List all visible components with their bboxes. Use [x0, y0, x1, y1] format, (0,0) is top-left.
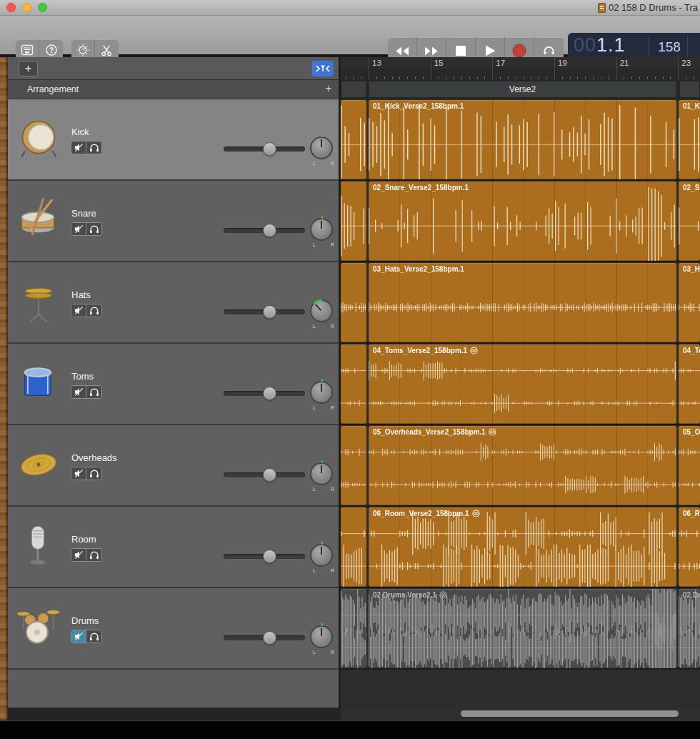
track-header-hats[interactable]: HatsLR	[8, 262, 339, 344]
solo-button[interactable]	[86, 467, 101, 480]
track-lane-hats: 03_Hats_Verse2_158bpm.103_Hats_Verse2_15…	[341, 262, 700, 344]
arrangement-marker-row: Verse2	[341, 80, 700, 99]
mute-button[interactable]	[71, 223, 86, 235]
volume-slider-thumb[interactable]	[263, 305, 276, 319]
pan-knob[interactable]	[310, 137, 333, 159]
ruler-tick	[670, 76, 671, 79]
mute-solo-group	[71, 304, 102, 317]
ruler-tick	[353, 76, 354, 79]
track-header-toms[interactable]: TomsLR	[8, 344, 339, 425]
pan-knob[interactable]	[310, 544, 333, 567]
minimize-button[interactable]	[22, 3, 31, 12]
arrangement-marker-partial[interactable]	[679, 81, 700, 98]
track-name: Hats	[71, 289, 91, 300]
volume-slider-thumb[interactable]	[263, 631, 276, 645]
zoom-button[interactable]	[38, 3, 47, 12]
volume-slider-thumb[interactable]	[263, 142, 276, 156]
track-header-room[interactable]: RoomLR	[8, 507, 339, 588]
mute-speaker-icon	[74, 550, 84, 560]
volume-slider-thumb[interactable]	[263, 224, 276, 237]
audio-region[interactable]: 04_Toms_Verse2_158bpm.1	[369, 344, 676, 424]
tempo-value[interactable]: 158	[652, 39, 686, 55]
mute-button[interactable]	[71, 630, 86, 643]
pan-center-tick	[321, 623, 323, 626]
scrollbar-thumb[interactable]	[461, 710, 679, 717]
volume-slider-thumb[interactable]	[263, 387, 276, 400]
mute-speaker-icon	[74, 306, 84, 315]
audio-region[interactable]: 02 Drums Verse2.1	[369, 589, 676, 668]
solo-button[interactable]	[86, 304, 101, 317]
ruler-bar-number: 13	[372, 59, 381, 67]
ruler-tick	[384, 76, 385, 79]
solo-button[interactable]	[86, 549, 101, 561]
timeline-ruler[interactable]: 131517192123	[341, 57, 700, 80]
audio-region-partial[interactable]: 01_Kick_Verse2_158bpm.1	[679, 100, 700, 179]
add-track-button[interactable]: +	[19, 61, 38, 76]
pan-knob[interactable]	[310, 381, 333, 404]
tuner-icon	[76, 43, 90, 57]
volume-slider-thumb[interactable]	[263, 550, 276, 563]
audio-region-partial[interactable]	[341, 344, 366, 424]
add-arrangement-marker-button[interactable]: +	[325, 82, 331, 95]
pan-left-label: L	[313, 487, 316, 492]
svg-text:?: ?	[49, 46, 53, 54]
arrangement-track-header[interactable]: Arrangement +	[8, 80, 339, 99]
ruler-tick	[392, 76, 393, 79]
audio-region-partial[interactable]: 02 Drums Verse2.1	[679, 589, 700, 668]
pan-knob[interactable]	[310, 299, 333, 322]
catch-playhead-button[interactable]	[312, 61, 334, 76]
audio-region[interactable]: 01_Kick_Verse2_158bpm.1	[369, 100, 676, 179]
solo-button[interactable]	[86, 386, 101, 398]
audio-region[interactable]: 05_Overheads_Verse2_158bpm.1	[369, 426, 676, 505]
audio-region-partial[interactable]	[341, 507, 366, 587]
audio-region-partial[interactable]: 04_Toms_Verse2_158bpm.1	[679, 344, 700, 424]
audio-region-partial[interactable]	[341, 263, 366, 342]
mute-button[interactable]	[71, 386, 86, 398]
ruler-tick	[539, 76, 539, 79]
audio-region[interactable]: 06_Room_Verse2_158bpm.1	[369, 507, 676, 587]
play-icon	[485, 45, 496, 56]
audio-region[interactable]: 03_Hats_Verse2_158bpm.1	[369, 263, 676, 342]
volume-slider-thumb[interactable]	[263, 468, 276, 482]
pan-left-label: L	[313, 324, 316, 329]
window-title: 02 158 D Drums - Tra	[609, 2, 698, 13]
pan-knob[interactable]	[310, 218, 333, 241]
audio-region[interactable]: 02_Snare_Verse2_158bpm.1	[369, 182, 676, 261]
waveform	[369, 589, 676, 668]
solo-button[interactable]	[86, 142, 101, 154]
audio-region-partial[interactable]	[341, 100, 366, 179]
audio-region-partial[interactable]: 06_Room_Verse2_158bpm.1	[679, 507, 700, 587]
pan-left-label: L	[313, 242, 316, 247]
audio-region-partial[interactable]	[341, 426, 366, 505]
audio-region-partial[interactable]: 05_Overheads_Verse2_158bpm.1	[679, 426, 700, 505]
arrangement-marker-verse2[interactable]: Verse2	[369, 81, 676, 98]
track-header-snare[interactable]: SnareLR	[8, 181, 339, 262]
arrangement-marker-partial[interactable]	[341, 81, 366, 98]
toolbar: ?	[0, 16, 700, 56]
mute-speaker-icon	[74, 224, 84, 234]
ruler-tick	[694, 76, 694, 79]
ruler-tick	[407, 76, 408, 79]
mute-button[interactable]	[71, 304, 86, 317]
kick-drum-icon	[17, 114, 60, 161]
cymbal-icon	[17, 440, 60, 487]
pan-knob-pointer	[321, 465, 322, 473]
pan-knob[interactable]	[310, 625, 333, 648]
audio-region-partial[interactable]: 03_Hats_Verse2_158bpm.1	[679, 263, 700, 342]
track-name: Toms	[71, 371, 94, 382]
solo-button[interactable]	[86, 223, 101, 235]
close-button[interactable]	[6, 3, 16, 12]
audio-region-partial[interactable]: 02_Snare_Verse2_158bpm.1	[679, 182, 700, 261]
timeline-panel: 131517192123 Verse2 01_Kick_Verse2_158bp…	[341, 57, 700, 708]
solo-button[interactable]	[86, 630, 101, 643]
audio-region-partial[interactable]	[341, 589, 366, 668]
mute-button[interactable]	[71, 549, 86, 561]
mute-button[interactable]	[71, 142, 86, 154]
region-name: 05_Overheads_Verse2_158bpm.1	[373, 428, 496, 436]
mute-button[interactable]	[71, 467, 86, 480]
track-header-drums[interactable]: DrumsLR	[8, 588, 339, 670]
pan-knob[interactable]	[310, 462, 333, 485]
audio-region-partial[interactable]	[341, 182, 366, 261]
track-header-kick[interactable]: KickLR	[8, 99, 339, 181]
track-header-overheads[interactable]: OverheadsLR	[8, 425, 339, 507]
